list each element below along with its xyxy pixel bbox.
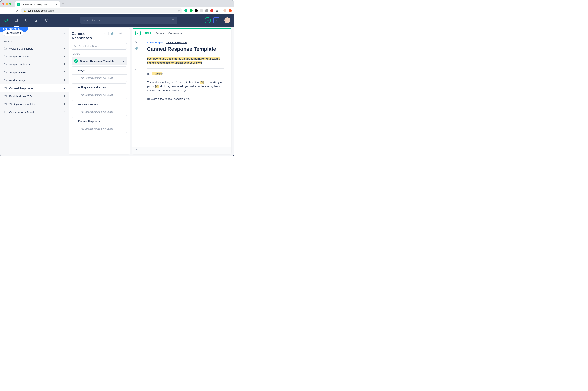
card-row-selected[interactable]: ✓ Canned Response Template ▶: [72, 57, 127, 65]
tab-title: Canned Responses | Guru: [21, 3, 55, 6]
lock-icon: 🔒: [23, 9, 26, 12]
app-nav: Search for Cards + ?: [0, 14, 234, 27]
triangle-down-icon: ▼: [74, 70, 76, 71]
filter-icon[interactable]: [172, 19, 174, 22]
card-panel: ✓ Card Details Comments 🔗 ♡ ⋯ Client Sup…: [132, 28, 231, 154]
card-icon: [4, 111, 7, 114]
board-item[interactable]: Published How-To's 1: [0, 92, 69, 100]
url-input[interactable]: 🔒 app.getguru.com/boards ☆: [21, 8, 182, 13]
section-row[interactable]: ▼NPS Responses This Section contains no …: [72, 100, 127, 116]
svg-rect-1: [4, 111, 6, 113]
heart-icon[interactable]: ♡: [135, 57, 137, 61]
cards-not-on-board[interactable]: Cards not on a Board 0: [0, 108, 69, 116]
breadcrumb-collection[interactable]: Client Support: [147, 41, 164, 44]
body-line: Hey [NAME]!: [147, 72, 225, 76]
card-content: Client Support/Canned Responses Canned R…: [140, 38, 231, 147]
star-icon[interactable]: ☆: [178, 9, 180, 12]
chevron-right-icon: ▶: [123, 60, 124, 62]
svg-point-2: [74, 45, 76, 47]
board-item[interactable]: Welcome to Support! 11: [0, 45, 69, 52]
cards-label: CARDS: [73, 53, 126, 55]
close-window-button[interactable]: [2, 3, 4, 5]
camera-ext-icon[interactable]: 📷: [216, 9, 219, 12]
extension-icons: G ● 📷 |: [184, 9, 232, 12]
copy-icon[interactable]: [135, 40, 138, 44]
board-item-active[interactable]: Canned Responses ▶: [0, 84, 69, 92]
check-circle-icon: ✓: [74, 59, 78, 63]
board-item[interactable]: Product FAQs 1: [0, 76, 69, 84]
breadcrumb-board[interactable]: Canned Responses: [166, 41, 187, 44]
verify-check-icon[interactable]: ✓: [135, 31, 140, 36]
board-panel: Canned Responses ♡ | 🔗 | ⓘ ⋮ Search this…: [69, 28, 130, 154]
stack-nav-icon[interactable]: [44, 18, 49, 23]
guru-logo-icon[interactable]: [4, 18, 9, 23]
svg-rect-3: [136, 41, 137, 42]
search-icon: [74, 45, 77, 48]
notifications-nav-icon[interactable]: [24, 18, 29, 23]
folder-icon: [4, 102, 7, 105]
add-button[interactable]: +: [205, 17, 211, 23]
board-item[interactable]: Strategic Account Info 1: [0, 100, 69, 108]
triangle-down-icon: ▼: [74, 87, 76, 88]
profile-avatar[interactable]: [223, 9, 227, 12]
address-bar: ← → ⟳ 🔒 app.getguru.com/boards ☆ G ● 📷 |: [0, 7, 234, 14]
more-icon[interactable]: ⋯: [135, 68, 138, 71]
chevron-updown-icon: ⇅: [18, 28, 19, 30]
window-controls: [2, 3, 11, 5]
minimize-window-button[interactable]: [6, 3, 8, 5]
ext-icon[interactable]: [229, 9, 232, 12]
browser-tab[interactable]: G Canned Responses | Guru ×: [15, 1, 60, 7]
user-avatar[interactable]: [225, 17, 230, 23]
heart-icon[interactable]: ♡: [104, 32, 106, 35]
link-icon[interactable]: 🔗: [134, 47, 138, 50]
card-title: Canned Response Template: [147, 46, 225, 52]
search-input[interactable]: Search for Cards: [80, 17, 177, 24]
body-line: Here are a few things I need from you:: [147, 97, 225, 101]
collection-pill[interactable]: Client Support: [3, 30, 24, 36]
boards-nav-icon[interactable]: [14, 18, 19, 23]
maximize-window-button[interactable]: [9, 3, 11, 5]
expand-icon[interactable]: [226, 32, 228, 35]
forward-button[interactable]: →: [9, 9, 13, 13]
ext-icon[interactable]: [205, 9, 208, 12]
folder-icon: [4, 95, 7, 98]
link-icon[interactable]: 🔗: [111, 32, 114, 35]
back-button[interactable]: ←: [2, 9, 6, 13]
triangle-down-icon: ▼: [74, 120, 76, 122]
info-icon[interactable]: ⓘ: [119, 31, 122, 35]
board-item[interactable]: Support Levels 3: [0, 68, 69, 76]
tab-card[interactable]: Card: [145, 31, 151, 35]
ext-icon[interactable]: [190, 9, 193, 12]
board-item[interactable]: Support Tech Stack 1: [0, 60, 69, 68]
close-tab-icon[interactable]: ×: [56, 3, 58, 6]
folder-icon: [4, 87, 7, 90]
ext-icon[interactable]: [210, 9, 213, 12]
tag-icon[interactable]: [135, 149, 138, 153]
ext-icon[interactable]: [200, 9, 203, 12]
section-row[interactable]: ▼FAQs This Section contains no Cards: [72, 66, 127, 82]
more-icon[interactable]: ⋮: [124, 32, 127, 35]
board-item[interactable]: Support Processes 11: [0, 52, 69, 60]
reload-button[interactable]: ⟳: [15, 9, 19, 13]
triangle-down-icon: ▼: [74, 103, 76, 105]
new-tab-button[interactable]: +: [62, 2, 64, 6]
board-title: Canned Responses: [72, 31, 104, 41]
tab-comments[interactable]: Comments: [168, 32, 182, 35]
svg-point-0: [5, 19, 8, 22]
ext-icon[interactable]: ●: [195, 9, 198, 12]
guru-ext-icon[interactable]: G: [184, 9, 188, 12]
browser-tab-bar: G Canned Responses | Guru × +: [0, 0, 234, 7]
analytics-nav-icon[interactable]: [34, 18, 39, 23]
section-row[interactable]: ▼Feature Requests This Section contains …: [72, 117, 127, 133]
help-button[interactable]: ?: [213, 17, 220, 23]
chevron-right-icon: ▶: [64, 87, 65, 89]
tab-details[interactable]: Details: [155, 32, 164, 35]
folder-icon: [4, 47, 7, 50]
folder-icon: [4, 63, 7, 66]
intro-text: Feel free to use this card as a starting…: [147, 57, 220, 64]
section-row[interactable]: ▼Billing & Cancellations This Section co…: [72, 83, 127, 99]
board-search-input[interactable]: Search this Board: [72, 43, 127, 50]
guru-favicon: G: [17, 3, 20, 6]
collapse-sidebar-icon[interactable]: ⇤: [64, 31, 66, 35]
boards-label: BOARDS: [0, 37, 69, 45]
